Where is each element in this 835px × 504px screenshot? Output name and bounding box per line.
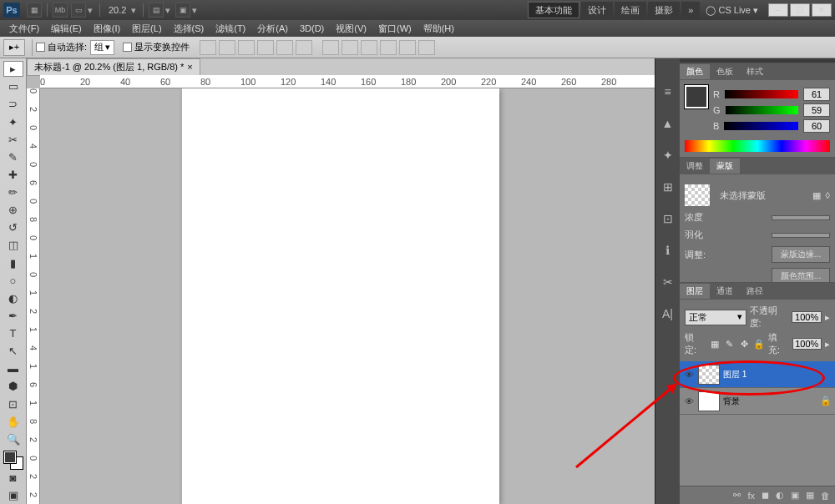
stamp-tool[interactable]: ⊕ <box>3 202 23 218</box>
distribute-icon[interactable] <box>361 40 377 55</box>
tab-adjustments[interactable]: 调整 <box>680 159 710 174</box>
new-layer-icon[interactable]: ▦ <box>806 490 814 501</box>
eyedropper-tool[interactable]: ✎ <box>3 149 23 165</box>
pixel-mask-icon[interactable]: ▦ <box>812 190 821 201</box>
document-tab[interactable]: 未标题-1 @ 20.2% (图层 1, RGB/8) *× <box>27 58 200 76</box>
blue-slider[interactable] <box>724 122 798 130</box>
3d-camera-tool[interactable]: ⊡ <box>3 396 23 411</box>
visibility-icon[interactable]: 👁 <box>683 396 695 406</box>
workspace-photo[interactable]: 摄影 <box>648 2 680 18</box>
workspace-paint[interactable]: 绘画 <box>615 2 646 18</box>
tab-layers[interactable]: 图层 <box>680 284 710 299</box>
crop-tool[interactable]: ✂ <box>3 132 23 148</box>
mask-icon[interactable]: ◼ <box>762 490 769 501</box>
type-tool[interactable]: T <box>3 325 23 341</box>
menu-3d[interactable]: 3D(D) <box>294 22 330 35</box>
green-value[interactable]: 59 <box>803 103 830 117</box>
close-tab-icon[interactable]: × <box>187 62 192 72</box>
wand-tool[interactable]: ✦ <box>3 113 23 129</box>
current-tool-icon[interactable]: ▸+ <box>3 39 25 56</box>
align-icon[interactable] <box>296 40 312 55</box>
menu-filter[interactable]: 滤镜(T) <box>210 21 251 37</box>
tab-styles[interactable]: 样式 <box>740 64 770 79</box>
brush-preset-icon[interactable]: ✦ <box>660 147 676 164</box>
opacity-input[interactable]: 100% <box>792 311 822 323</box>
layer-thumb[interactable] <box>698 365 720 385</box>
align-icon[interactable] <box>238 40 255 55</box>
dodge-tool[interactable]: ◐ <box>3 290 23 306</box>
distribute-icon[interactable] <box>418 40 435 55</box>
arrange-icon[interactable]: ▤ <box>149 3 164 18</box>
workspace-design[interactable]: 设计 <box>581 2 613 18</box>
menu-view[interactable]: 视图(V) <box>330 21 372 37</box>
quickmask-icon[interactable]: ◙ <box>3 470 23 486</box>
move-tool[interactable]: ▸ <box>3 61 23 77</box>
zoom-display[interactable]: 20.2 <box>109 5 126 15</box>
workspace-essentials[interactable]: 基本功能 <box>528 2 579 18</box>
blend-mode-dropdown[interactable]: 正常▾ <box>685 310 746 325</box>
folder-icon[interactable]: ▣ <box>791 490 799 501</box>
distribute-icon[interactable] <box>322 40 339 55</box>
trash-icon[interactable]: 🗑 <box>821 491 830 501</box>
minimize-button[interactable]: ─ <box>768 3 788 17</box>
adjust-icon[interactable]: ◐ <box>776 490 784 501</box>
distribute-icon[interactable] <box>399 40 416 55</box>
screenmode-icon[interactable]: ▣ <box>3 487 23 503</box>
lock-paint-icon[interactable]: ✎ <box>723 338 735 350</box>
canvas[interactable] <box>182 88 499 504</box>
link-icon[interactable]: ⚯ <box>733 490 741 501</box>
distribute-icon[interactable] <box>342 40 358 55</box>
menu-file[interactable]: 文件(F) <box>3 21 45 37</box>
swatches-icon[interactable]: ✂ <box>660 274 676 290</box>
path-tool[interactable]: ↖ <box>3 343 23 359</box>
feather-slider[interactable] <box>772 233 830 238</box>
fx-icon[interactable]: fx <box>747 491 755 501</box>
layer-row[interactable]: 👁 图层 1 <box>680 361 835 388</box>
blue-value[interactable]: 60 <box>803 119 830 133</box>
histogram-icon[interactable]: ▲ <box>660 115 676 132</box>
menu-window[interactable]: 窗口(W) <box>372 21 418 37</box>
marquee-tool[interactable]: ▭ <box>3 78 23 94</box>
brush-icon[interactable]: ⊞ <box>660 179 676 195</box>
mask-edge-button[interactable]: 蒙版边缘... <box>772 246 830 263</box>
transform-controls-checkbox[interactable] <box>123 43 132 52</box>
layer-name[interactable]: 背景 <box>723 396 817 407</box>
red-value[interactable]: 61 <box>803 88 830 101</box>
menu-select[interactable]: 选择(S) <box>168 21 210 37</box>
gradient-tool[interactable]: ▮ <box>3 255 23 270</box>
distribute-icon[interactable] <box>380 40 397 55</box>
view-icon[interactable]: ▭ <box>71 3 86 18</box>
menu-layer[interactable]: 图层(L) <box>126 21 167 37</box>
spectrum-bar[interactable] <box>685 140 830 152</box>
canvas-area[interactable] <box>40 88 655 504</box>
tab-channels[interactable]: 通道 <box>710 284 740 299</box>
history-brush-tool[interactable]: ↺ <box>3 219 23 235</box>
info-icon[interactable]: ℹ <box>660 242 676 259</box>
layer-name[interactable]: 图层 1 <box>723 369 832 381</box>
clone-source-icon[interactable]: ⊡ <box>660 210 676 227</box>
menu-help[interactable]: 帮助(H) <box>418 21 460 37</box>
tab-color[interactable]: 颜色 <box>680 64 710 79</box>
close-button[interactable]: ✕ <box>812 3 832 17</box>
heal-tool[interactable]: ✚ <box>3 167 23 183</box>
layer-row[interactable]: 👁 背景 🔒 <box>680 388 835 415</box>
screen-icon[interactable]: ▣ <box>175 3 190 18</box>
menu-edit[interactable]: 编辑(E) <box>45 21 88 37</box>
lock-trans-icon[interactable]: ▦ <box>709 338 721 350</box>
zoom-tool[interactable]: 🔍 <box>3 431 23 447</box>
lasso-tool[interactable]: ⊃ <box>3 96 23 112</box>
lock-pos-icon[interactable]: ✥ <box>738 338 750 350</box>
hand-tool[interactable]: ✋ <box>3 414 23 430</box>
auto-select-dropdown[interactable]: 组▾ <box>90 40 114 55</box>
auto-select-checkbox[interactable] <box>36 43 45 52</box>
layer-thumb[interactable] <box>698 391 720 411</box>
tab-swatches[interactable]: 色板 <box>710 64 740 79</box>
pen-tool[interactable]: ✒ <box>3 308 23 324</box>
align-icon[interactable] <box>257 40 274 55</box>
ruler-horizontal[interactable]: 020406080100120140160180200220240260280 <box>40 75 655 88</box>
fill-input[interactable]: 100% <box>792 338 822 350</box>
history-icon[interactable]: ≡ <box>660 83 676 100</box>
3d-tool[interactable]: ⬢ <box>3 378 23 394</box>
mb-icon[interactable]: Mb <box>53 3 68 18</box>
shape-tool[interactable]: ▬ <box>3 360 23 376</box>
